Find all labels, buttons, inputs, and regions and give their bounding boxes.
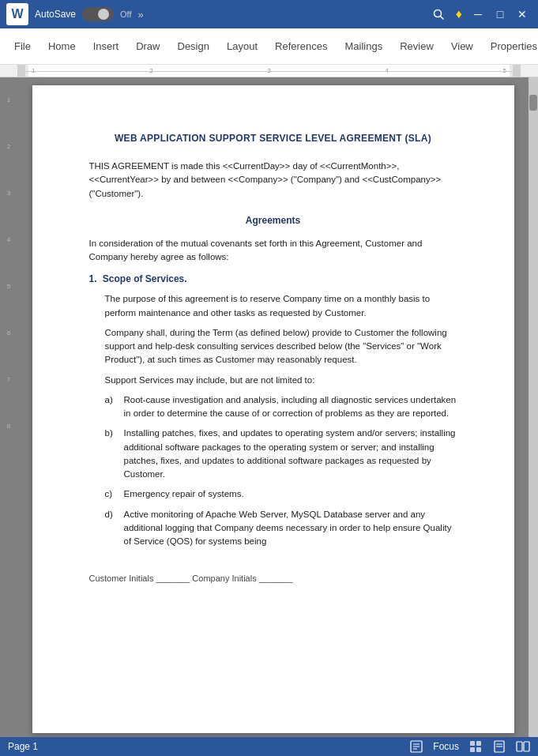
tab-review[interactable]: Review: [392, 32, 442, 61]
autosave-label: AutoSave: [35, 9, 76, 20]
minimize-button[interactable]: ─: [468, 5, 487, 24]
svg-rect-12: [470, 747, 475, 752]
autosave-knob: [98, 9, 109, 20]
section-1-title: 1. Scope of Services.: [89, 272, 457, 286]
section-1-para-2: Company shall, during the Term (as defin…: [105, 326, 457, 367]
title-bar: W AutoSave Off » ♦ ─ □ ✕: [0, 0, 538, 28]
document-title: WEB APPLICATION SUPPORT SERVICE LEVEL AG…: [89, 133, 457, 144]
main-area: 1 2 3 4 5 6 7 8 WEB APPLICATION SUPPORT …: [0, 77, 538, 737]
section-1-para-3: Support Services may include, but are no…: [105, 374, 457, 387]
bullet-item-a: a) Root-cause investigation and analysis…: [105, 393, 457, 421]
svg-rect-17: [517, 742, 522, 751]
vertical-scrollbar[interactable]: [529, 77, 538, 737]
bullet-text-b: Installing patches, fixes, and updates t…: [124, 427, 457, 481]
page-indicator: Page 1: [8, 741, 38, 752]
svg-rect-11: [476, 741, 481, 746]
tab-design[interactable]: Design: [170, 32, 217, 61]
intro-paragraph: THIS AGREEMENT is made this <<CurrentDay…: [89, 160, 457, 201]
tab-references[interactable]: References: [267, 32, 335, 61]
close-button[interactable]: ✕: [513, 5, 532, 24]
bullet-label-c: c): [105, 487, 118, 501]
document-body: THIS AGREEMENT is made this <<CurrentDay…: [89, 160, 457, 585]
autosave-toggle[interactable]: [82, 7, 114, 21]
section-1: 1. Scope of Services. The purpose of thi…: [89, 272, 457, 548]
bullet-list: a) Root-cause investigation and analysis…: [105, 393, 457, 549]
tab-insert[interactable]: Insert: [85, 32, 127, 61]
bullet-label-b: b): [105, 427, 118, 481]
maximize-button[interactable]: □: [491, 5, 510, 24]
ribbon: File Home Insert Draw Design Layout Refe…: [0, 28, 538, 65]
tab-draw[interactable]: Draw: [128, 32, 167, 61]
document-view-icon[interactable]: [409, 739, 423, 754]
tab-mailings[interactable]: Mailings: [337, 32, 391, 61]
bullet-label-d: d): [105, 508, 118, 549]
ruler: 12345: [0, 65, 538, 77]
svg-rect-10: [470, 741, 475, 746]
left-margin: 1 2 3 4 5 6 7 8: [0, 77, 17, 737]
status-icons: Focus: [409, 739, 530, 754]
status-bar: Page 1 Focus: [0, 737, 538, 756]
search-icon[interactable]: [427, 5, 450, 24]
focus-label[interactable]: Focus: [433, 741, 459, 752]
layout-icon[interactable]: [468, 739, 483, 754]
svg-rect-18: [524, 742, 529, 751]
tab-layout[interactable]: Layout: [219, 32, 265, 61]
reading-view-icon[interactable]: [516, 739, 530, 754]
bullet-text-d: Active monitoring of Apache Web Server, …: [124, 508, 457, 549]
section-1-number: 1.: [89, 273, 97, 284]
bullet-item-d: d) Active monitoring of Apache Web Serve…: [105, 508, 457, 549]
word-logo: W: [6, 3, 28, 25]
ruler-inner: 12345: [25, 65, 513, 77]
section-1-para-1: The purpose of this agreement is to rese…: [105, 292, 457, 320]
document-page: WEB APPLICATION SUPPORT SERVICE LEVEL AG…: [32, 85, 514, 733]
svg-rect-13: [476, 747, 481, 752]
tab-file[interactable]: File: [6, 32, 39, 61]
agreements-heading: Agreements: [89, 213, 457, 228]
tab-properties[interactable]: Properties: [483, 32, 538, 61]
print-layout-icon[interactable]: [492, 739, 506, 754]
quick-access-arrows[interactable]: »: [138, 9, 144, 21]
agreements-paragraph: In consideration of the mutual covenants…: [89, 237, 457, 265]
bullet-label-a: a): [105, 393, 118, 421]
initials-line: Customer Initials _______ Company Initia…: [89, 572, 457, 585]
window-controls: ─ □ ✕: [468, 5, 532, 24]
bullet-item-c: c) Emergency repair of systems.: [105, 487, 457, 501]
page-area[interactable]: WEB APPLICATION SUPPORT SERVICE LEVEL AG…: [17, 77, 529, 737]
svg-line-1: [440, 17, 443, 20]
tab-home[interactable]: Home: [40, 32, 84, 61]
bullet-text-a: Root-cause investigation and analysis, i…: [124, 393, 457, 421]
bullet-text-c: Emergency repair of systems.: [124, 487, 457, 501]
bullet-item-b: b) Installing patches, fixes, and update…: [105, 427, 457, 481]
autosave-state: Off: [120, 9, 131, 19]
section-1-label: Scope of Services.: [103, 273, 187, 284]
gem-icon: ♦: [456, 7, 462, 21]
tab-view[interactable]: View: [443, 32, 481, 61]
